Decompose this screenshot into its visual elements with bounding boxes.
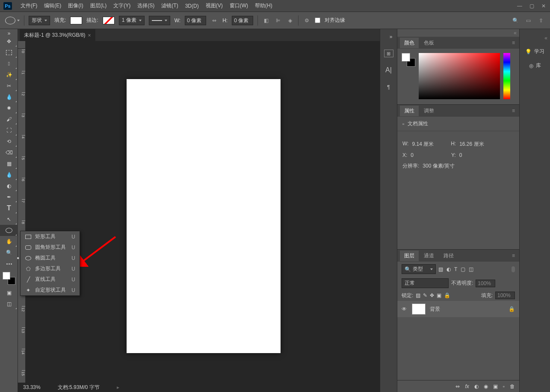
blur-tool[interactable]: 💧 [0,169,18,180]
layer-name[interactable]: 背景 [430,306,440,313]
filter-type-icon[interactable]: T [454,266,457,272]
link-icon[interactable]: ⇔ [210,17,218,24]
tab-paths[interactable]: 路径 [439,251,458,261]
lasso-tool[interactable]: 𓍯 [0,58,18,69]
close-button[interactable]: ✕ [541,3,547,9]
heal-tool[interactable]: ✹ [0,103,18,114]
menu-select[interactable]: 选择(S) [134,0,158,12]
history-brush-tool[interactable]: ⟲ [0,136,18,147]
screenmode-tool[interactable]: ◫ [0,298,18,309]
zoom-level[interactable]: 33.33% [23,384,41,390]
align-edges-checkbox[interactable] [315,18,320,23]
menu-layer[interactable]: 图层(L) [87,0,110,12]
dock-85-icon[interactable]: ⊞ [384,50,393,57]
tab-swatches[interactable]: 色板 [420,38,438,48]
filter-shape-icon[interactable]: ▢ [461,266,465,272]
tab-adjustments[interactable]: 调整 [420,106,438,116]
wand-tool[interactable]: ✨ [0,69,18,80]
visibility-toggle[interactable]: 👁 [402,306,408,312]
fill-input[interactable]: 100% [495,292,515,299]
props-panel-menu[interactable]: ≡ [510,108,517,114]
search-icon[interactable]: 🔍 [512,17,519,24]
learn-button[interactable]: 💡 学习 [525,48,544,55]
menu-file[interactable]: 文件(F) [17,0,41,12]
eyedropper-tool[interactable]: 💧 [0,91,18,103]
arrange-icon[interactable]: ◈ [286,17,294,24]
layer-row-background[interactable]: 👁 背景 🔒 [397,301,519,317]
pen-tool[interactable]: ✒ [0,192,18,203]
flyout-rounded-rect[interactable]: 圆角矩形工具U [21,242,80,253]
menu-help[interactable]: 帮助(H) [251,0,276,12]
doc-info[interactable]: 文档:5.93M/0 字节 [58,384,100,391]
menu-filter[interactable]: 滤镜(T) [158,0,181,12]
mask-icon[interactable]: ◐ [474,383,479,389]
dodge-tool[interactable]: ◐ [0,180,18,192]
brush-tool[interactable]: 🖌 [0,114,18,125]
stroke-swatch[interactable] [103,17,115,24]
path-ops-icon[interactable]: ◧ [262,17,270,24]
layers-panel-menu[interactable]: ≡ [510,253,517,259]
dock-paragraph-icon[interactable]: ¶ [384,83,393,91]
filter-adjust-icon[interactable]: ◐ [447,266,451,272]
stamp-tool[interactable]: ⛶ [0,125,18,136]
delete-icon[interactable]: 🗑 [510,383,515,389]
tool-preset[interactable] [5,17,20,24]
filter-pixel-icon[interactable]: ▧ [438,266,443,272]
lock-position-icon[interactable]: ✥ [430,292,434,298]
expand-toolbar[interactable]: » [0,31,18,36]
gradient-tool[interactable]: ▦ [0,158,18,169]
hand-tool[interactable]: ✋ [0,236,18,247]
menu-view[interactable]: 视图(V) [202,0,226,12]
color-field[interactable] [419,53,500,99]
flyout-custom-shape[interactable]: ✦ 自定形状工具U [21,285,80,295]
crop-tool[interactable]: ✂ [0,80,18,91]
dock-character-icon[interactable]: A| [384,66,393,74]
canvas-viewport[interactable] [26,49,380,383]
color-swatches[interactable] [3,272,15,285]
ruler-vertical[interactable]: 0123456789101112131415 [18,49,26,383]
layer-filter-select[interactable]: 🔍 类型 [402,264,436,274]
doc-tab[interactable]: 未标题-1 @ 33.3%(RGB/8) × [20,29,95,41]
lock-artboard-icon[interactable]: ▣ [437,292,441,298]
link-layers-icon[interactable]: ⇔ [455,383,460,389]
group-icon[interactable]: ▣ [493,383,498,389]
fill-swatch[interactable] [70,17,82,24]
stroke-width-input[interactable]: 1 像素 [119,16,145,25]
lock-paint-icon[interactable]: ✎ [423,292,427,298]
lock-all-icon[interactable]: 🔒 [444,292,450,298]
layer-thumbnail[interactable] [412,304,426,315]
collapse-right[interactable]: « [542,35,550,41]
quickmask-tool[interactable]: ▣ [0,287,18,298]
zoom-tool[interactable]: 🔍 [0,247,18,258]
opacity-input[interactable]: 100% [476,280,495,287]
new-layer-icon[interactable]: ▫ [503,383,505,389]
shape-tool[interactable] [0,225,18,236]
menu-window[interactable]: 窗口(W) [226,0,251,12]
shape-mode-select[interactable]: 形状 [29,16,50,25]
filter-toggle[interactable] [512,266,515,272]
menu-type[interactable]: 文字(Y) [110,0,134,12]
library-button[interactable]: ◎ 库 [529,62,541,69]
hue-slider[interactable] [503,53,510,99]
menu-edit[interactable]: 编辑(E) [41,0,65,12]
menu-3d[interactable]: 3D(D) [182,0,202,12]
menu-image[interactable]: 图像(I) [65,0,86,12]
workspace-icon[interactable]: ▭ [524,17,532,24]
gear-icon[interactable]: ⚙ [303,17,310,24]
eraser-tool[interactable]: ⌫ [0,147,18,158]
lock-pixels-icon[interactable]: ▨ [416,292,420,298]
color-panel-menu[interactable]: ≡ [510,40,517,46]
flyout-line[interactable]: ╱ 直线工具U [21,274,80,285]
flyout-polygon[interactable]: ⬠ 多边形工具U [21,263,80,274]
stroke-style-select[interactable] [149,16,170,25]
path-select-tool[interactable]: ↖ [0,214,18,225]
maximize-button[interactable]: ▢ [529,3,535,9]
move-tool[interactable]: ✥ [0,36,18,47]
marquee-tool[interactable] [0,47,18,58]
dock-collapse-icon[interactable]: » [387,32,395,41]
tab-properties[interactable]: 属性 [400,106,419,116]
flyout-rectangle[interactable]: 矩形工具U [21,231,80,242]
blend-mode-select[interactable]: 正常 [402,278,449,288]
tab-channels[interactable]: 通道 [420,251,438,261]
width-input[interactable]: 0 像素 [185,16,206,25]
